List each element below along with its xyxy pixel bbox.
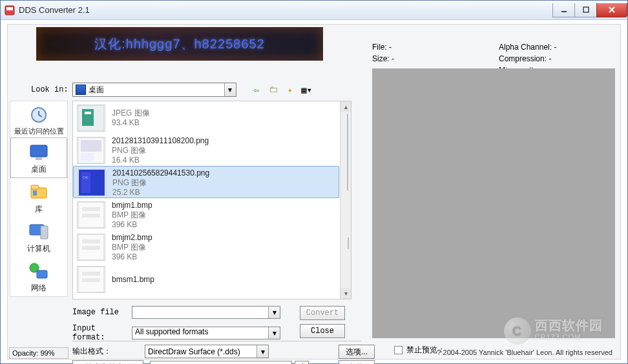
svg-rect-6 — [36, 157, 42, 160]
output-format-label: 输出格式： — [72, 346, 145, 357]
output-folder-button[interactable]: 输出文件夹... — [72, 360, 143, 364]
file-list[interactable]: JPEG 图像93.4 KB2012813103911108200.pngPNG… — [72, 101, 351, 299]
file-row[interactable]: 2012813103911108200.pngPNG 图像16.4 KB — [73, 134, 339, 166]
chevron-down-icon[interactable]: ▾ — [256, 345, 268, 358]
file-name: bmjm1.bmp — [112, 201, 152, 210]
file-type: BMP 图像 — [112, 243, 152, 252]
image-file-label: Image file — [72, 308, 132, 317]
titlebar[interactable]: DDS Converter 2.1 — [1, 1, 627, 20]
file-name: bmsm1.bmp — [112, 275, 154, 285]
sidebar-item-computer[interactable]: 计算机 — [10, 217, 67, 257]
output-path-input[interactable]: c:\users\administrator\desktop — [150, 361, 292, 365]
computer-icon — [26, 221, 51, 242]
options-button[interactable]: 选项... — [339, 345, 375, 359]
input-format-value: All supported formats — [135, 327, 208, 336]
svg-rect-24 — [82, 207, 100, 211]
file-size: 396 KB — [112, 252, 152, 262]
lookin-value: 桌面 — [89, 85, 104, 96]
convert-button[interactable]: Convert — [300, 306, 345, 320]
close-button[interactable]: Close — [300, 324, 345, 338]
scroll-grip-icon[interactable] — [348, 238, 349, 249]
file-row[interactable]: OK2014102565829441530.pngPNG 图像25.2 KB — [73, 166, 339, 198]
sidebar-item-libraries[interactable]: 库 — [10, 178, 67, 217]
compression-value: - — [549, 54, 551, 63]
app-window: DDS Converter 2.1 汉化:hhhggg7、h82258652 L… — [0, 0, 628, 364]
file-type: JPEG 图像 — [112, 108, 150, 118]
network-icon — [26, 261, 51, 281]
sidebar-item-network[interactable]: 网络 — [10, 257, 67, 296]
compression-label: Compression: — [499, 54, 547, 63]
file-size: 16.4 KB — [112, 156, 209, 165]
file-row[interactable]: bmjm2.bmpBMP 图像396 KB — [73, 230, 339, 263]
lookin-select[interactable]: 桌面 ▾ — [72, 83, 236, 97]
file-name: 2014102565829441530.png — [112, 168, 209, 178]
file-type: PNG 图像 — [112, 178, 209, 188]
alpha-label: Alpha Channel: — [499, 43, 552, 52]
svg-rect-28 — [82, 246, 100, 250]
scroll-up-icon[interactable]: ▴ — [340, 101, 351, 112]
up-folder-icon[interactable]: 🗀 — [267, 84, 279, 96]
view-menu-icon[interactable]: ▦▾ — [301, 84, 313, 96]
file-size: 396 KB — [112, 220, 152, 230]
alpha-value: - — [554, 43, 556, 52]
app-icon — [5, 5, 15, 15]
svg-rect-16 — [85, 112, 91, 114]
file-value: - — [389, 43, 392, 52]
chevron-down-icon[interactable]: ▾ — [268, 307, 280, 318]
input-format-select[interactable]: All supported formats ▾ — [132, 327, 280, 339]
back-icon[interactable]: ⇦ — [251, 84, 262, 96]
file-size: 25.2 KB — [112, 188, 209, 197]
file-type: BMP 图像 — [112, 210, 152, 220]
size-label: Size: — [372, 54, 390, 63]
scroll-down-icon[interactable]: ▾ — [340, 288, 351, 299]
copyright-text: ? 2004-2005 Yannick 'Bluehair' Leon. All… — [437, 349, 612, 356]
output-format-select[interactable]: DirectDraw Surface (*.dds) ▾ — [145, 345, 269, 358]
file-row[interactable]: bmjm1.bmpBMP 图像396 KB — [73, 198, 339, 230]
chevron-down-icon[interactable]: ▾ — [268, 327, 280, 339]
sidebar-item-label: 库 — [35, 204, 43, 215]
svg-rect-3 — [583, 7, 589, 12]
scroll-thumb[interactable] — [347, 114, 348, 191]
reset-button[interactable]: 复位 — [339, 360, 375, 364]
maximize-button[interactable] — [574, 3, 597, 17]
separator — [72, 341, 362, 341]
file-name: bmjm2.bmp — [112, 233, 152, 243]
preview-panel — [372, 68, 615, 338]
file-thumbnail-icon — [77, 137, 105, 164]
file-row[interactable]: bmsm1.bmp — [73, 263, 339, 295]
main-panel: 汉化:hhhggg7、h82258652 Look in: 桌面 ▾ ⇦ 🗀 ✦… — [7, 24, 621, 359]
file-row[interactable]: JPEG 图像93.4 KB — [73, 101, 339, 134]
svg-rect-27 — [82, 239, 100, 243]
svg-rect-5 — [30, 145, 47, 157]
input-format-label: Input format: — [72, 324, 132, 342]
sidebar-item-label: 网络 — [31, 283, 47, 294]
sidebar-item-recent[interactable]: 最近访问的位置 — [10, 101, 67, 137]
image-file-select[interactable]: ▾ — [132, 306, 280, 319]
file-thumbnail-icon — [77, 266, 105, 293]
svg-rect-9 — [33, 190, 37, 196]
desktop-icon — [26, 142, 51, 163]
file-thumbnail-icon — [77, 234, 105, 261]
svg-rect-30 — [82, 272, 100, 276]
banner-text: 汉化:hhhggg7、h82258652 — [94, 35, 265, 53]
lookin-label: Look in: — [31, 85, 68, 94]
browse-button[interactable]: .\ — [295, 361, 309, 365]
file-list-scrollbar[interactable]: ▴ ▾ — [340, 101, 351, 299]
file-thumbnail-icon: OK — [78, 169, 106, 196]
svg-rect-2 — [561, 11, 567, 12]
file-info-left: File: - Size: - — [372, 43, 394, 66]
sidebar-item-desktop[interactable]: 桌面 — [10, 137, 67, 178]
svg-rect-8 — [31, 185, 39, 189]
chevron-down-icon[interactable]: ▾ — [224, 83, 236, 96]
disable-preview-checkbox[interactable] — [394, 346, 403, 354]
svg-rect-18 — [81, 140, 101, 152]
close-window-button[interactable] — [596, 3, 627, 17]
new-folder-icon[interactable]: ✦ — [284, 84, 296, 96]
file-type: PNG 图像 — [112, 146, 209, 156]
places-sidebar: 最近访问的位置 桌面 库 — [10, 101, 68, 297]
file-thumbnail-icon — [77, 201, 105, 228]
file-size: 93.4 KB — [112, 118, 150, 128]
sidebar-item-label: 桌面 — [31, 164, 47, 175]
file-name: 2012813103911108200.png — [112, 136, 209, 146]
minimize-button[interactable] — [552, 3, 575, 17]
